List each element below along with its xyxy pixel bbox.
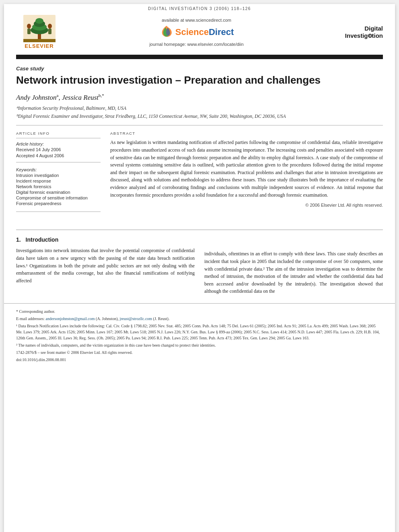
di-logo-text: Digital Investig a tion: [345, 25, 383, 39]
elsevier-tree-icon: [23, 15, 56, 42]
available-at: available at www.sciencedirect.com: [162, 18, 231, 23]
keywords-section: Keywords: Intrusion investigation Incide…: [16, 167, 101, 206]
keyword-2: Incident response: [16, 179, 101, 183]
email-reust-link[interactable]: jreust@strozllc.com: [120, 316, 152, 321]
email-johnston-link[interactable]: andersonjohnston@gmail.com: [45, 316, 95, 321]
author-b-name: Jessica Reust: [62, 94, 99, 101]
article-type-label: Case study: [16, 66, 383, 72]
affiliation-b: ᵇDigital Forensic Examiner and Investiga…: [16, 113, 383, 120]
introduction-right-text: individuals, oftentimes in an effort to …: [204, 250, 383, 295]
introduction-left-text: Investigations into network intrusions t…: [16, 247, 195, 284]
header-center: available at www.sciencedirect.com Scien…: [62, 14, 331, 50]
section-title: Introduction: [26, 236, 59, 243]
authors: Andy Johnstona, Jessica Reustb,*: [16, 93, 383, 102]
main-content: Case study Network intrusion investigati…: [4, 59, 395, 222]
abstract-text: As new legislation is written mandating …: [110, 139, 383, 199]
author-a-sup: a: [57, 93, 59, 98]
copyright-line: © 2006 Elsevier Ltd. All rights reserved…: [110, 203, 383, 207]
elsevier-name: ELSEVIER: [25, 43, 53, 49]
keyword-6: Forensic preparedness: [16, 201, 101, 206]
svg-point-5: [35, 18, 43, 24]
svg-rect-7: [27, 29, 31, 34]
article-info-abstract: ARTICLE INFO Article history: Received 1…: [16, 131, 383, 214]
article-title: Network intrusion investigation – Prepar…: [16, 74, 383, 86]
email-addresses-line: E-mail addresses: andersonjohnston@gmail…: [16, 316, 383, 322]
di-logo-wrap: Digital Investig a tion: [345, 25, 383, 39]
history-label: Article history:: [16, 142, 101, 146]
sciencedirect-text: ScienceDirect: [175, 27, 234, 37]
article-info: ARTICLE INFO Article history: Received 1…: [16, 131, 101, 214]
sciencedirect-icon: [159, 25, 174, 39]
introduction-heading: 1. Introduction: [16, 236, 195, 243]
journal-citation: DIGITAL INVESTIGATION 3 (2006) 118–126: [148, 6, 251, 11]
header-area: ELSEVIER available at www.sciencedirect.…: [16, 12, 383, 56]
received-date: Received 14 July 2006: [16, 147, 101, 152]
affiliation-a: ᵃInformation Security Professional, Balt…: [16, 105, 383, 112]
sciencedirect-logo: ScienceDirect: [159, 25, 234, 39]
digital-investigation-logo: Digital Investig a tion: [331, 23, 383, 42]
separator-1: [16, 125, 383, 125]
keyword-4: Digital forensic examination: [16, 190, 101, 195]
svg-rect-9: [48, 29, 51, 34]
footnote-2: ² The names of individuals, computers, a…: [16, 342, 383, 348]
author-a-name: Andy Johnston: [16, 94, 57, 101]
separator-info: [16, 138, 101, 138]
section-num: 1.: [16, 236, 21, 243]
dark-bar: [16, 56, 383, 59]
accepted-date: Accepted 4 August 2006: [16, 153, 101, 158]
footnotes-area: * Corresponding author. E-mail addresses…: [4, 303, 395, 372]
body-left: 1. Introduction Investigations into netw…: [16, 236, 195, 295]
doi-line: doi:10.1016/j.diin.2006.08.001: [16, 357, 383, 363]
svg-point-8: [48, 24, 52, 29]
journal-homepage: journal homepage: www.elsevier.com/locat…: [149, 42, 243, 47]
abstract-heading: ABSTRACT: [110, 131, 383, 136]
separator-keywords: [16, 162, 101, 162]
page: DIGITAL INVESTIGATION 3 (2006) 118–126: [4, 4, 395, 532]
corresponding-author-label: * Corresponding author.: [16, 308, 383, 314]
svg-rect-10: [23, 39, 56, 42]
issn-line: 1742-2876/$ – see front matter © 2006 El…: [16, 349, 383, 355]
body-content: 1. Introduction Investigations into netw…: [4, 230, 395, 303]
keyword-3: Network forensics: [16, 184, 101, 189]
separator-bottom-info: [16, 212, 101, 212]
keyword-5: Compromise of sensitive information: [16, 195, 101, 200]
keywords-label: Keywords:: [16, 167, 101, 172]
keyword-1: Intrusion investigation: [16, 173, 101, 178]
svg-point-6: [27, 24, 31, 29]
footnote-1: ¹ Data Breach Notification Laws include …: [16, 323, 383, 341]
elsevier-logo: ELSEVIER: [16, 12, 62, 51]
body-right: individuals, oftentimes in an effort to …: [204, 236, 383, 295]
journal-top-bar: DIGITAL INVESTIGATION 3 (2006) 118–126: [4, 4, 395, 12]
abstract-section: ABSTRACT As new legislation is written m…: [110, 131, 383, 214]
article-info-heading: ARTICLE INFO: [16, 131, 101, 136]
author-b-sup: b,*: [99, 93, 104, 98]
